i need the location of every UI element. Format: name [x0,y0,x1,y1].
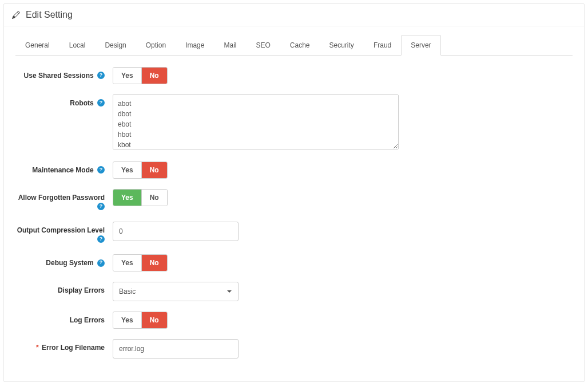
label-shared-sessions: Use Shared Sessions ? [15,67,113,81]
compression-input[interactable] [113,222,239,241]
label-text: Debug System [46,259,93,267]
required-mark: * [36,344,39,352]
label-forgotten-pw: Allow Forgotten Password ? [15,189,113,211]
settings-panel: Edit Setting General Local Design Option… [3,3,585,382]
tab-cache[interactable]: Cache [280,35,320,56]
tab-image[interactable]: Image [176,35,214,56]
maintenance-yes[interactable]: Yes [113,162,141,178]
help-icon[interactable]: ? [97,166,105,174]
row-robots: Robots ? [15,94,573,151]
row-maintenance: Maintenance Mode ? Yes No [15,162,573,179]
label-text: Log Errors [70,316,105,324]
label-text: Maintenance Mode [32,166,93,174]
log-errors-no[interactable]: No [141,312,167,328]
label-debug: Debug System ? [15,254,113,268]
row-error-log: * Error Log Filename [15,339,573,359]
panel-header: Edit Setting [4,4,584,26]
shared-sessions-yes[interactable]: Yes [113,68,141,84]
forgotten-pw-yes[interactable]: Yes [113,190,141,206]
tab-general[interactable]: General [15,35,59,56]
tab-fraud[interactable]: Fraud [364,35,401,56]
toggle-maintenance: Yes No [113,162,168,179]
forgotten-pw-no[interactable]: No [141,190,167,206]
row-compression: Output Compression Level ? [15,222,573,244]
tab-option[interactable]: Option [136,35,176,56]
label-text: Use Shared Sessions [24,72,94,80]
pencil-icon [12,11,20,19]
label-error-log: * Error Log Filename [15,339,113,353]
help-icon[interactable]: ? [97,99,105,107]
row-display-errors: Display Errors Basic [15,282,573,301]
row-forgotten-pw: Allow Forgotten Password ? Yes No [15,189,573,211]
label-text: Allow Forgotten Password [18,194,105,202]
toggle-debug: Yes No [113,254,168,271]
shared-sessions-no[interactable]: No [141,68,167,84]
page-title: Edit Setting [26,10,73,20]
robots-textarea[interactable] [113,94,399,149]
label-text: Error Log Filename [42,344,105,352]
tab-design[interactable]: Design [95,35,136,56]
debug-yes[interactable]: Yes [113,255,141,271]
help-icon[interactable]: ? [97,203,105,210]
tab-mail[interactable]: Mail [214,35,246,56]
row-log-errors: Log Errors Yes No [15,312,573,329]
tabs: General Local Design Option Image Mail S… [15,34,573,56]
maintenance-no[interactable]: No [141,162,167,178]
label-text: Display Errors [58,286,105,294]
help-icon[interactable]: ? [97,259,105,267]
tab-server[interactable]: Server [401,35,440,56]
tab-local[interactable]: Local [59,35,96,56]
label-maintenance: Maintenance Mode ? [15,162,113,175]
label-text: Robots [70,99,93,107]
label-compression: Output Compression Level ? [15,222,113,244]
help-icon[interactable]: ? [97,72,105,79]
log-errors-yes[interactable]: Yes [113,312,141,328]
row-shared-sessions: Use Shared Sessions ? Yes No [15,67,573,84]
toggle-shared-sessions: Yes No [113,67,168,84]
toggle-forgotten-pw: Yes No [113,189,168,206]
debug-no[interactable]: No [141,255,167,271]
panel-body: General Local Design Option Image Mail S… [4,26,584,381]
label-display-errors: Display Errors [15,282,113,296]
label-text: Output Compression Level [17,226,105,234]
help-icon[interactable]: ? [97,235,105,243]
error-log-input[interactable] [113,339,239,359]
display-errors-select[interactable]: Basic [113,282,239,301]
toggle-log-errors: Yes No [113,312,168,329]
label-log-errors: Log Errors [15,312,113,325]
row-debug: Debug System ? Yes No [15,254,573,271]
label-robots: Robots ? [15,94,113,108]
tab-seo[interactable]: SEO [246,35,280,56]
tab-security[interactable]: Security [320,35,364,56]
